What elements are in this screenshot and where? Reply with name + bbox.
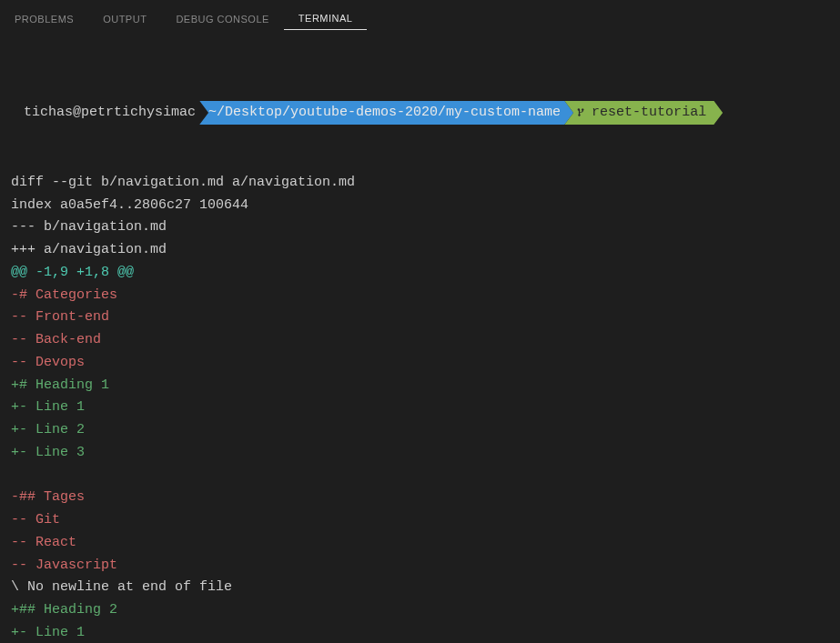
diff-line: -- Back-end	[11, 329, 829, 352]
diff-line: +- Line 3	[11, 442, 829, 465]
diff-line: -- Javascript	[11, 555, 829, 578]
branch-name: reset-tutorial	[592, 102, 706, 125]
prompt-path: ~/Desktop/youtube-demos-2020/my-custom-n…	[199, 101, 573, 126]
tab-terminal[interactable]: TERMINAL	[284, 7, 368, 30]
diff-line: diff --git b/navigation.md a/navigation.…	[11, 172, 829, 195]
prompt-git-branch: reset-tutorial	[564, 101, 723, 126]
tab-debug-console[interactable]: DEBUG CONSOLE	[161, 8, 283, 30]
tab-output[interactable]: OUTPUT	[88, 8, 161, 30]
diff-line: \ No newline at end of file	[11, 577, 829, 599]
shell-prompt: tichas@petrtichysimac ~/Desktop/youtube-…	[11, 101, 829, 126]
diff-line	[11, 465, 829, 487]
panel-tabs: PROBLEMS OUTPUT DEBUG CONSOLE TERMINAL	[0, 0, 840, 37]
diff-line: +## Heading 2	[11, 599, 829, 622]
diff-line: @@ -1,9 +1,8 @@	[11, 262, 829, 285]
diff-line: -- Git	[11, 509, 829, 532]
git-branch-icon	[577, 106, 586, 118]
diff-line: -# Categories	[11, 285, 829, 307]
tab-problems[interactable]: PROBLEMS	[0, 8, 88, 30]
diff-output: diff --git b/navigation.md a/navigation.…	[11, 172, 829, 643]
diff-line: -- React	[11, 532, 829, 555]
diff-line: --- b/navigation.md	[11, 216, 829, 239]
diff-line: -- Front-end	[11, 306, 829, 329]
diff-line: +- Line 1	[11, 622, 829, 643]
diff-line: +# Heading 1	[11, 375, 829, 397]
diff-line: index a0a5ef4..2806c27 100644	[11, 195, 829, 217]
diff-line: +++ a/navigation.md	[11, 239, 829, 262]
prompt-user-host: tichas@petrtichysimac	[11, 102, 203, 125]
diff-line: +- Line 2	[11, 419, 829, 442]
diff-line: +- Line 1	[11, 397, 829, 419]
diff-line: -- Devops	[11, 352, 829, 375]
diff-line: -## Tages	[11, 487, 829, 509]
terminal-output[interactable]: tichas@petrtichysimac ~/Desktop/youtube-…	[0, 37, 840, 643]
